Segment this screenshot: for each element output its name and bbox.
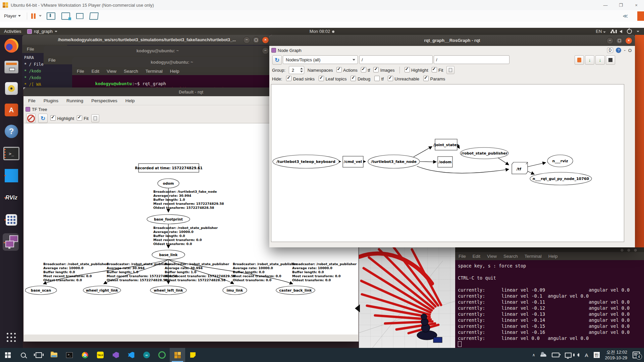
dock-item-firefox[interactable] [3,38,19,54]
player-menu[interactable]: Player [0,13,24,18]
command-prompt-button[interactable]: >_ [62,348,77,362]
highlight-checkbox[interactable] [50,115,56,121]
unreachable-checkbox[interactable] [388,76,393,81]
minimize-icon[interactable]: − [243,37,250,44]
thumbnail-bar-tab[interactable] [637,11,644,21]
refresh-button[interactable]: ↻ [272,55,282,65]
refresh-button[interactable]: ↻ [38,114,48,123]
dock-d-button[interactable]: D [607,48,613,53]
visual-studio-button[interactable] [108,348,123,362]
close-icon[interactable]: × [262,37,269,44]
notification-center-button[interactable]: 4 [633,352,640,358]
graph-type-combobox[interactable]: Nodes/Topics (all) [283,55,358,64]
dock-item-rqt-active[interactable] [3,234,19,250]
menu-edit[interactable]: Edit [473,254,480,259]
menu-help[interactable]: Help [170,69,179,74]
actions-checkbox[interactable] [336,67,342,72]
volume-icon[interactable] [577,353,579,357]
minimize-icon[interactable] [620,248,624,252]
close-icon[interactable] [634,248,637,252]
network-icon[interactable] [565,353,572,358]
menu-file[interactable]: File [77,69,84,74]
terminal-output[interactable]: space key, s : force stop CTRL-C to quit… [455,260,644,348]
search-button[interactable] [15,348,31,362]
chevron-down-icon[interactable] [637,31,639,32]
volume-icon[interactable] [620,30,622,33]
params-checkbox[interactable] [423,76,429,81]
menu-running[interactable]: Running [66,98,83,103]
stop-button[interactable] [26,114,36,123]
tf-checkbox[interactable] [361,67,366,72]
menu-perspectives[interactable]: Perspectives [91,98,117,103]
fit-in-view-button[interactable] [446,66,454,74]
taskbar-clock[interactable]: 오전 12:02 2019-10-29 [605,349,628,361]
devices-button[interactable] [61,12,70,20]
rviz-viewport[interactable] [359,247,455,348]
ime-korean-button[interactable]: 한 [594,352,600,358]
menu-help[interactable]: Help [125,98,135,103]
fit-checkbox[interactable] [432,67,437,72]
menu-view[interactable]: View [487,254,497,259]
maximize-icon[interactable] [627,248,631,252]
group-spinner[interactable]: 2 [289,66,304,74]
minimize-icon[interactable]: − [262,47,269,54]
dock-item-rviz[interactable]: RViz [3,190,19,206]
fit-view-button[interactable] [606,55,615,65]
panel-collapse-arrow-icon[interactable] [355,304,360,312]
vmware-minimize-button[interactable]: — [598,0,613,10]
highlight-checkbox[interactable] [405,67,410,72]
rqt-window-titlebar[interactable]: rqt_graph__RosGraph - rqt − ▢ × [269,35,635,46]
menu-edit[interactable]: Edit [92,69,99,74]
menu-file[interactable]: File [459,254,466,259]
vmware-taskbar-button[interactable] [170,348,185,362]
menu-view[interactable]: View [107,69,116,74]
help-button[interactable]: ? [616,48,621,53]
filter-input-2[interactable]: / [434,55,509,64]
maximize-icon[interactable]: ▢ [616,37,623,44]
menu-file[interactable]: File [27,47,34,52]
images-checkbox[interactable] [373,67,379,72]
hide-tf-checkbox[interactable] [374,76,380,81]
keyboard-layout-indicator[interactable]: EN [596,29,606,34]
tf-scrollbar-strip[interactable] [23,335,359,342]
battery-icon[interactable] [552,353,559,357]
dock-item-ubuntu-software[interactable]: A [3,102,19,118]
vscode-button[interactable] [123,348,139,362]
suspend-button[interactable] [31,13,36,19]
close-icon[interactable]: × [625,37,632,44]
app-menu[interactable]: rqt_graph [27,29,57,34]
fit-checkbox[interactable] [77,115,82,121]
ime-english-button[interactable]: A [585,352,588,358]
save-dot-button[interactable]: ↓ [585,55,594,65]
window-titlebar[interactable]: kodogyu@ubuntu: ~ − [44,46,272,56]
arduino-button[interactable]: ∞ [139,348,154,362]
activities-button[interactable]: Activities [4,29,21,34]
window-titlebar[interactable]: kodogyu@ubuntu: ~ [72,57,272,67]
save-image-button[interactable] [575,55,584,65]
task-view-button[interactable] [31,348,46,362]
menu-terminal[interactable]: Terminal [525,254,542,259]
chrome-button[interactable] [77,348,93,362]
terminal-titlebar-strip[interactable] [455,247,644,252]
start-button[interactable] [0,348,15,362]
leaf-topics-checkbox[interactable] [319,76,324,81]
close-plugin-button[interactable]: O [628,48,632,53]
menu-file[interactable]: File [48,58,56,63]
dock-item-dotgrid-app[interactable] [3,212,19,228]
onedrive-icon[interactable] [540,354,546,357]
minimize-icon[interactable]: − [606,37,613,44]
menu-search[interactable]: Search [124,69,138,74]
dock-item-vscode[interactable] [3,168,19,184]
window-titlebar[interactable]: /home/kodogyu/catkin_ws/src/turtlebot3_s… [22,35,272,45]
menu-plugins[interactable]: Plugins [44,98,58,103]
collapse-toolbar-button[interactable]: ≪ [623,13,628,19]
kakaotalk-button[interactable]: TALK [93,348,108,362]
sticky-notes-button[interactable] [185,348,201,362]
suspend-menu-chevron-icon[interactable] [39,15,42,17]
show-applications-button[interactable] [6,332,17,343]
tray-chevron-icon[interactable]: ∧ [532,353,535,357]
fullscreen-button[interactable] [76,13,84,19]
load-dot-button[interactable]: ↓ [595,55,605,65]
unity-mode-button[interactable] [89,12,99,20]
dock-item-terminal[interactable]: >_ [3,145,19,162]
